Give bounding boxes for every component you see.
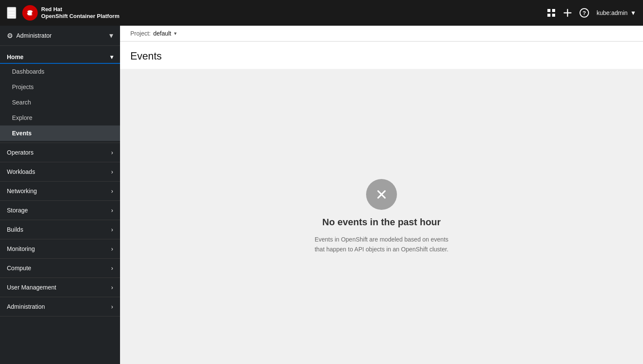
home-header[interactable]: Home ▾: [0, 48, 120, 64]
networking-chevron-icon: ›: [111, 188, 113, 194]
svg-rect-2: [552, 9, 555, 12]
project-name: default: [153, 30, 171, 37]
redhat-logo-icon: [22, 5, 38, 21]
grid-icon: [547, 9, 556, 17]
sidebar-section-header-networking[interactable]: Networking ›: [0, 182, 120, 200]
sidebar-section-compute: Compute ›: [0, 259, 120, 278]
user-dropdown-icon: ▼: [630, 9, 636, 16]
project-prefix: Project:: [130, 30, 150, 37]
sidebar-section-administration: Administration ›: [0, 297, 120, 316]
sidebar-section-networking: Networking ›: [0, 182, 120, 201]
sidebar-section-builds: Builds ›: [0, 220, 120, 239]
project-bar: Project: default ▾: [120, 26, 643, 42]
help-button[interactable]: ?: [580, 8, 589, 18]
storage-chevron-icon: ›: [111, 207, 113, 214]
operators-chevron-icon: ›: [111, 149, 113, 156]
app-body: ⚙ Administrator ▾ Home ▾ Dashboards Proj…: [0, 26, 643, 364]
workloads-chevron-icon: ›: [111, 168, 113, 175]
compute-chevron-icon: ›: [111, 265, 113, 272]
home-chevron-icon: ▾: [110, 54, 113, 60]
sidebar-section-header-compute[interactable]: Compute ›: [0, 259, 120, 277]
sidebar-section-header-monitoring[interactable]: Monitoring ›: [0, 239, 120, 258]
sidebar: ⚙ Administrator ▾ Home ▾ Dashboards Proj…: [0, 26, 120, 364]
empty-state: No events in the past hour Events in Ope…: [297, 153, 466, 280]
sidebar-item-projects[interactable]: Projects: [0, 79, 120, 95]
sidebar-section-home: Home ▾ Dashboards Projects Search Explor…: [0, 46, 120, 143]
sidebar-item-events[interactable]: Events: [0, 125, 120, 141]
topnav-actions: ? kube:admin ▼: [547, 8, 636, 18]
user-menu[interactable]: kube:admin ▼: [597, 9, 636, 16]
project-dropdown-icon[interactable]: ▾: [174, 30, 177, 36]
svg-rect-3: [547, 14, 550, 17]
content-area: Events No events in the past hour Events…: [120, 42, 643, 364]
events-empty-area: No events in the past hour Events in Ope…: [120, 69, 643, 364]
svg-rect-1: [547, 9, 550, 12]
user-management-chevron-icon: ›: [111, 284, 113, 291]
sidebar-item-explore[interactable]: Explore: [0, 110, 120, 125]
hamburger-menu-button[interactable]: ☰: [7, 7, 16, 19]
empty-state-title: No events in the past hour: [322, 217, 441, 228]
empty-state-description: Events in OpenShift are modeled based on…: [315, 235, 448, 254]
topnav: ☰ Red Hat OpenShift Container Platform: [0, 0, 643, 26]
apps-grid-button[interactable]: [547, 9, 556, 17]
perspective-label: Administrator: [16, 32, 51, 39]
app-title: Red Hat OpenShift Container Platform: [41, 6, 120, 19]
sidebar-section-header-user-management[interactable]: User Management ›: [0, 278, 120, 297]
perspective-selector[interactable]: ⚙ Administrator ▾: [0, 26, 120, 46]
logo: Red Hat OpenShift Container Platform: [22, 5, 120, 21]
home-label: Home: [7, 54, 24, 60]
main-content: Project: default ▾ Events No events in t…: [120, 26, 643, 364]
monitoring-chevron-icon: ›: [111, 245, 113, 252]
sidebar-section-header-storage[interactable]: Storage ›: [0, 201, 120, 220]
sidebar-section-header-operators[interactable]: Operators ›: [0, 143, 120, 162]
svg-rect-4: [552, 14, 555, 17]
product-label: OpenShift Container Platform: [41, 13, 120, 20]
question-icon: ?: [580, 8, 589, 18]
sidebar-section-monitoring: Monitoring ›: [0, 239, 120, 259]
perspective-chevron-icon: ▾: [109, 31, 113, 40]
page-title: Events: [120, 42, 643, 69]
svg-text:?: ?: [583, 10, 586, 16]
sidebar-item-dashboards[interactable]: Dashboards: [0, 64, 120, 79]
builds-chevron-icon: ›: [111, 226, 113, 233]
add-button[interactable]: [563, 9, 572, 17]
sidebar-item-search[interactable]: Search: [0, 95, 120, 110]
sidebar-section-header-administration[interactable]: Administration ›: [0, 297, 120, 316]
sidebar-section-workloads: Workloads ›: [0, 162, 120, 182]
brand-label: Red Hat: [41, 6, 120, 13]
sidebar-section-user-management: User Management ›: [0, 278, 120, 297]
sidebar-section-operators: Operators ›: [0, 143, 120, 162]
sidebar-section-header-workloads[interactable]: Workloads ›: [0, 162, 120, 181]
user-label: kube:admin: [597, 9, 628, 16]
empty-state-icon: [366, 179, 397, 210]
sidebar-section-header-builds[interactable]: Builds ›: [0, 220, 120, 239]
sidebar-section-storage: Storage ›: [0, 201, 120, 220]
perspective-gear-icon: ⚙: [7, 32, 13, 40]
plus-icon: [563, 9, 572, 17]
administration-chevron-icon: ›: [111, 303, 113, 310]
no-events-icon: [373, 186, 390, 203]
